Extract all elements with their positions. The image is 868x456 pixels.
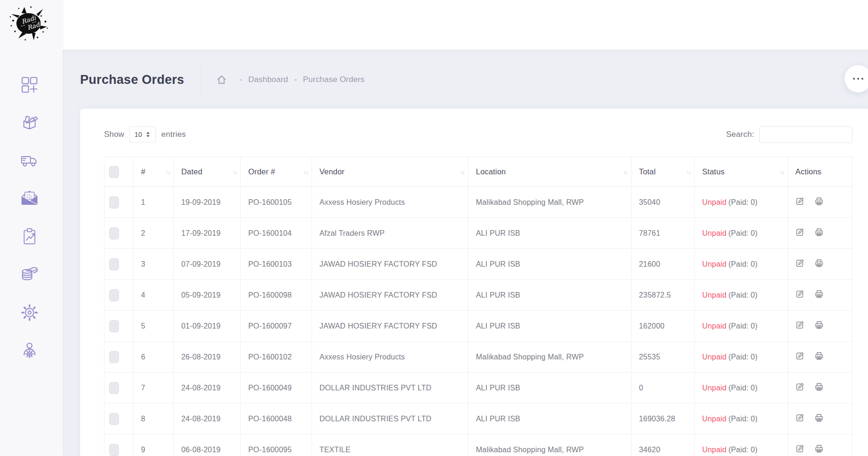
edit-order-button[interactable] bbox=[795, 351, 804, 362]
print-order-button[interactable] bbox=[815, 197, 823, 207]
cell-actions bbox=[788, 249, 853, 280]
column-header-total[interactable]: Total ↑↓ bbox=[631, 157, 695, 187]
table-toolbar: Show 10 entries Search: bbox=[104, 126, 853, 143]
sort-icon[interactable]: ↑↓ bbox=[232, 168, 237, 175]
breadcrumb-separator: - bbox=[239, 75, 242, 84]
cell-location: ALI PUR ISB bbox=[468, 218, 631, 249]
row-checkbox[interactable] bbox=[109, 227, 119, 239]
print-order-button[interactable] bbox=[815, 382, 823, 393]
sidebar-item-products[interactable] bbox=[18, 111, 41, 134]
cell-location: ALI PUR ISB bbox=[468, 311, 631, 342]
edit-icon bbox=[795, 351, 804, 360]
row-checkbox[interactable] bbox=[109, 444, 119, 456]
sidebar-item-settings[interactable] bbox=[18, 301, 41, 324]
status-badge: Unpaid bbox=[702, 415, 727, 423]
print-order-button[interactable] bbox=[815, 228, 823, 238]
paid-note: (Paid: 0) bbox=[728, 198, 757, 206]
edit-order-button[interactable] bbox=[795, 321, 804, 331]
column-header-actions: Actions bbox=[788, 157, 853, 187]
sidebar-item-purchase-orders[interactable] bbox=[18, 187, 41, 209]
table-row: 1 19-09-2019 PO-1600105 Axxess Hosiery P… bbox=[104, 187, 853, 218]
table-body: 1 19-09-2019 PO-1600105 Axxess Hosiery P… bbox=[104, 187, 853, 456]
cell-order-no: PO-1600104 bbox=[241, 218, 312, 249]
edit-icon bbox=[795, 382, 804, 391]
cell-dated: 17-09-2019 bbox=[174, 218, 241, 249]
edit-order-button[interactable] bbox=[795, 444, 804, 455]
edit-order-button[interactable] bbox=[795, 228, 804, 238]
show-label: Show bbox=[104, 130, 124, 139]
sort-icon[interactable]: ↑↓ bbox=[779, 168, 784, 175]
home-icon[interactable] bbox=[216, 75, 227, 85]
row-checkbox[interactable] bbox=[109, 289, 119, 301]
sidebar-item-dashboard[interactable] bbox=[18, 74, 41, 96]
cell-actions bbox=[788, 280, 853, 311]
cell-number: 3 bbox=[134, 249, 174, 280]
print-order-button[interactable] bbox=[815, 321, 823, 331]
row-checkbox[interactable] bbox=[109, 196, 119, 209]
status-badge: Unpaid bbox=[702, 198, 727, 206]
print-order-button[interactable] bbox=[815, 351, 823, 362]
column-header-vendor[interactable]: Vendor ↑↓ bbox=[312, 157, 468, 187]
select-all-checkbox[interactable] bbox=[109, 166, 119, 178]
edit-order-button[interactable] bbox=[795, 290, 804, 300]
search-control: Search: bbox=[726, 126, 853, 143]
cell-actions bbox=[788, 373, 853, 404]
row-checkbox[interactable] bbox=[109, 320, 119, 332]
column-header-location[interactable]: Location ↑↓ bbox=[468, 157, 631, 187]
search-label: Search: bbox=[726, 130, 754, 139]
title-divider bbox=[201, 66, 201, 93]
more-options-button[interactable] bbox=[845, 65, 868, 92]
sort-icon[interactable]: ↑↓ bbox=[460, 168, 464, 175]
sidebar-item-user-settings[interactable] bbox=[18, 339, 41, 361]
ink-splatter-logo-icon: Radi Radi bbox=[8, 5, 49, 42]
row-checkbox[interactable] bbox=[109, 413, 119, 425]
page-size-select[interactable]: 10 bbox=[129, 127, 156, 142]
column-header-dated[interactable]: Dated ↑↓ bbox=[174, 157, 241, 187]
row-checkbox[interactable] bbox=[109, 351, 119, 363]
sidebar: Radi Radi bbox=[0, 0, 63, 456]
edit-order-button[interactable] bbox=[795, 413, 804, 424]
print-order-button[interactable] bbox=[815, 413, 823, 424]
breadcrumb-separator: - bbox=[294, 75, 297, 84]
column-header-order[interactable]: Order # ↑↓ bbox=[241, 157, 312, 187]
column-header-status[interactable]: Status ↑↓ bbox=[695, 157, 788, 187]
app-logo[interactable]: Radi Radi bbox=[8, 5, 49, 42]
cell-status: Unpaid(Paid: 0) bbox=[695, 373, 788, 404]
sidebar-item-shipments[interactable] bbox=[18, 150, 41, 172]
sidebar-item-finance[interactable] bbox=[18, 263, 41, 285]
cell-status: Unpaid(Paid: 0) bbox=[695, 342, 788, 373]
sort-icon[interactable]: ↑↓ bbox=[304, 168, 308, 175]
cell-vendor: JAWAD HOSIERY FACTORY FSD bbox=[312, 249, 468, 280]
table-header-row: # ↑↓ Dated ↑↓ Order # ↑↓ Vendor ↑↓ Locat… bbox=[104, 157, 853, 187]
paid-note: (Paid: 0) bbox=[728, 384, 757, 392]
search-input[interactable] bbox=[759, 126, 853, 143]
print-order-button[interactable] bbox=[815, 444, 823, 455]
purchase-orders-envelope-icon bbox=[19, 188, 40, 208]
ellipsis-icon bbox=[853, 78, 855, 80]
paid-note: (Paid: 0) bbox=[728, 229, 757, 237]
table-row: 4 05-09-2019 PO-1600098 JAWAD HOSIERY FA… bbox=[104, 280, 853, 311]
paid-note: (Paid: 0) bbox=[728, 446, 757, 454]
print-order-button[interactable] bbox=[815, 259, 823, 269]
edit-order-button[interactable] bbox=[795, 382, 804, 393]
breadcrumb-item-dashboard[interactable]: Dashboard bbox=[248, 75, 288, 84]
cell-vendor: JAWAD HOSIERY FACTORY FSD bbox=[312, 280, 468, 311]
table-row: 5 01-09-2019 PO-1600097 JAWAD HOSIERY FA… bbox=[104, 311, 853, 342]
status-badge: Unpaid bbox=[702, 446, 727, 454]
cell-number: 4 bbox=[134, 280, 174, 311]
row-checkbox[interactable] bbox=[109, 382, 119, 394]
edit-order-button[interactable] bbox=[795, 197, 804, 207]
sort-icon[interactable]: ↑↓ bbox=[686, 168, 690, 175]
cell-actions bbox=[788, 218, 853, 249]
edit-order-button[interactable] bbox=[795, 259, 804, 269]
sort-icon[interactable]: ↑↓ bbox=[165, 168, 170, 175]
sort-icon[interactable]: ↑↓ bbox=[623, 168, 627, 175]
print-order-button[interactable] bbox=[815, 290, 823, 300]
cell-order-no: PO-1600095 bbox=[241, 434, 312, 456]
cell-dated: 07-09-2019 bbox=[174, 249, 241, 280]
row-checkbox[interactable] bbox=[109, 258, 119, 270]
cell-dated: 24-08-2019 bbox=[174, 404, 241, 434]
column-header-number[interactable]: # ↑↓ bbox=[134, 157, 174, 187]
cell-total: 235872.5 bbox=[631, 280, 695, 311]
sidebar-item-reports[interactable] bbox=[18, 225, 41, 248]
